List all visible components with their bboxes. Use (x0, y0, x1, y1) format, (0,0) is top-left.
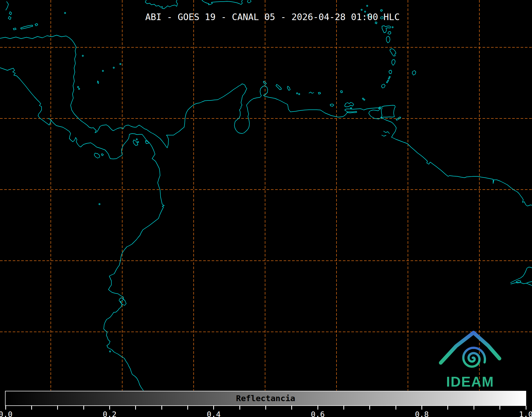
colorbar-tick (135, 406, 136, 410)
jamaica-south-coast-coastline (145, 0, 178, 9)
roatan-island-coastline (21, 25, 33, 29)
islet-dot (367, 5, 368, 7)
guanaja-island-coastline (35, 24, 38, 26)
reflectance-colorbar: Reflectancia (5, 391, 526, 406)
colorbar-tick-label: 0.2 (103, 410, 116, 417)
colorbar-tick (239, 406, 240, 410)
islet-dot (102, 70, 104, 72)
logo-hurricane-swirl-icon (463, 348, 485, 366)
curacao-island-coastline (276, 84, 281, 90)
islet-dot (361, 9, 362, 11)
la-tortuga-island-coastline (330, 104, 334, 106)
satellite-map: IDEAM (0, 0, 532, 391)
islet-dot (389, 76, 390, 78)
hispaniola-south-coast-coastline (202, 0, 243, 5)
los-roques-cays-coastline (309, 92, 314, 93)
islet-dot (364, 99, 365, 100)
pacific-mainland-coast-coastline (0, 68, 164, 391)
islet-dot (392, 27, 393, 28)
martinique-island-coastline (390, 49, 396, 56)
islet-dot (120, 63, 121, 65)
colorbar-tick-label: 0.6 (311, 410, 325, 417)
amazon-river-south-bank-coastline (511, 282, 532, 284)
image-title: ABI - GOES 19 - CANAL 05 - 2026-04-28 01… (0, 12, 532, 22)
st-lucia-island-coastline (392, 59, 395, 65)
barahona-bay-fragment-coastline (247, 0, 251, 3)
la-orchila-island-coastline (318, 92, 321, 94)
satellite-image-page: { "title": "ABI - GOES 19 - CANAL 05 - 2… (0, 0, 532, 417)
islet-dot (110, 351, 111, 352)
orinoco-delta-channel-2-coastline (382, 135, 386, 136)
grenada-island-coastline (381, 84, 385, 88)
puna-island-coastline (119, 298, 126, 305)
st-vincent-island-coastline (389, 70, 392, 74)
islet-dot (299, 94, 300, 95)
amazon-river-island-coastline (516, 281, 521, 283)
colorbar-tick (5, 406, 6, 410)
islet-dot (388, 80, 389, 81)
colorbar-tick (291, 406, 292, 410)
barbados-island-coastline (412, 71, 416, 75)
colorbar-tick (499, 406, 500, 410)
colorbar-tick-label: 0.8 (415, 410, 429, 417)
islet-dot (351, 108, 352, 109)
colorbar-tick (57, 406, 58, 410)
colorbar-tick (369, 406, 370, 410)
colorbar-tick (265, 406, 266, 410)
colorbar-tick-label: 1.0 (519, 410, 532, 417)
belize-cays-coastline (6, 2, 8, 10)
margarita-island-coastline (345, 102, 354, 107)
trinidad-island-coastline (381, 105, 395, 117)
amazon-river-north-bank-coastline (511, 267, 532, 283)
la-blanquilla-island-coastline (340, 91, 343, 93)
colorbar-tick (213, 406, 214, 410)
colorbar-tick (317, 406, 318, 410)
colorbar-tick (31, 406, 32, 410)
bonaire-island-coastline (287, 86, 290, 90)
utila-island-coastline (13, 28, 16, 30)
barbuda-island-coastline (380, 10, 383, 11)
colorbar-label: Reflectancia (6, 393, 526, 403)
pearl-islands-coastline (133, 140, 138, 145)
islet-dot (362, 98, 364, 99)
islet-dot (113, 67, 115, 68)
colorbar-tick-label: 0.4 (207, 410, 221, 417)
marie-galante-island-coastline (388, 31, 391, 34)
islet-dot (387, 82, 388, 83)
colorbar-tick (526, 406, 526, 410)
logo-wordmark: IDEAM (446, 374, 494, 389)
islet-dot (79, 88, 80, 90)
colorbar-tick (395, 406, 396, 410)
ideam-logo: IDEAM (441, 333, 499, 389)
orinoco-delta-channel-1-coastline (384, 131, 389, 134)
cebaco-island-coastline (101, 154, 103, 156)
islet-dot (99, 204, 100, 205)
dominica-island-coastline (386, 36, 390, 43)
montserrat-island-coastline (375, 22, 377, 24)
colorbar-tick (421, 406, 422, 410)
islet-dot (78, 86, 79, 88)
colorbar-tick (474, 406, 474, 410)
colorbar-tick (343, 406, 344, 410)
islet-dot (138, 141, 139, 143)
coiba-island-coastline (94, 153, 100, 158)
islet-dot (379, 108, 380, 109)
islet-dot (82, 55, 84, 57)
caribbean-mainland-coast-coastline (0, 35, 532, 206)
islet-dot (388, 78, 390, 79)
colorbar-tick (447, 406, 448, 410)
islet-dot (136, 139, 138, 140)
colorbar-tick (187, 406, 188, 410)
colorbar-tick-label: 0.0 (0, 410, 12, 417)
san-andres-island-coastline (97, 81, 99, 84)
colorbar-tick (83, 406, 84, 410)
colorbar-tick (109, 406, 110, 410)
islet-dot (297, 93, 298, 94)
colorbar-tick (161, 406, 162, 410)
amazon-river-branch-coastline (526, 283, 532, 286)
